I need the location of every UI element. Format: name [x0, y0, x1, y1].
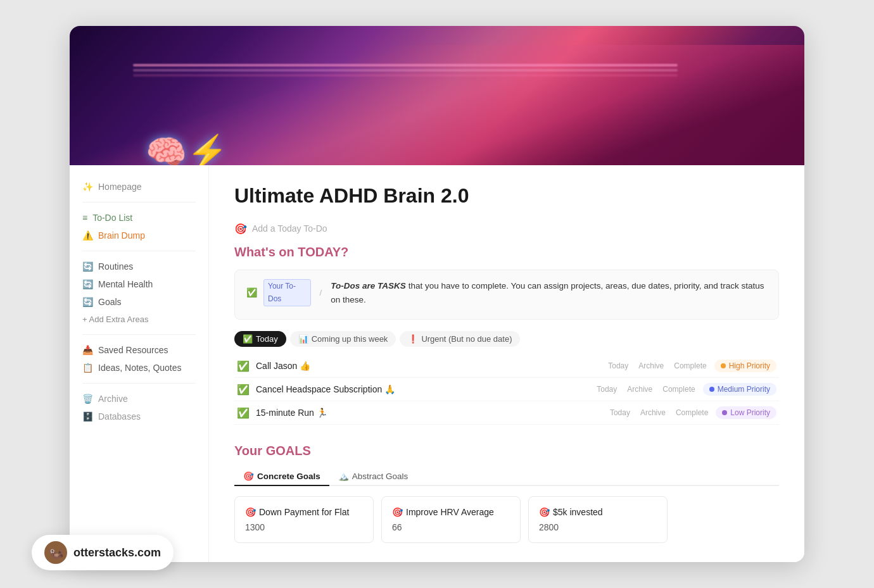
task-complete-2[interactable]: Complete	[660, 384, 697, 395]
sidebar-routines-label: Routines	[98, 261, 133, 272]
priority-badge-2: Medium Priority	[703, 383, 776, 396]
app-window: 🧠⚡ ✨ Homepage ≡ To-Do List ⚠️ Brain Dump…	[70, 26, 804, 562]
sidebar-divider-4	[82, 383, 196, 384]
task-list: ✅ Call Jason 👍 Today Archive Complete Hi…	[234, 354, 779, 425]
sidebar-mentalhealth-label: Mental Health	[98, 279, 153, 289]
content-area: ✨ Homepage ≡ To-Do List ⚠️ Brain Dump 🔄 …	[70, 165, 804, 562]
sidebar-item-databases[interactable]: 🗄️ Databases	[70, 408, 208, 425]
goals-heading: Your GOALS	[234, 444, 779, 458]
task-archive-1[interactable]: Archive	[636, 360, 666, 372]
goal-value-1: 1300	[245, 522, 363, 532]
table-row: ✅ 15-minute Run 🏃 Today Archive Complete…	[234, 401, 779, 425]
table-row: ✅ Cancel Headspace Subscription 🙏 Today …	[234, 378, 779, 401]
homepage-icon: ✨	[82, 182, 93, 192]
mentalhealth-icon: 🔄	[82, 279, 93, 289]
your-label: Your	[234, 444, 266, 458]
todo-icon: ≡	[82, 213, 87, 223]
sidebar-item-mental-health[interactable]: 🔄 Mental Health	[70, 275, 208, 293]
task-check-1[interactable]: ✅	[237, 360, 250, 372]
sidebar-todo-label: To-Do List	[92, 213, 132, 223]
coming-up-icon: 📊	[298, 334, 308, 344]
todo-tag: Your To-Dos	[263, 279, 311, 306]
task-archive-2[interactable]: Archive	[624, 384, 655, 395]
info-block-text: To-Dos are TASKS that you have to comple…	[331, 279, 767, 306]
coming-up-label: Coming up this week	[312, 334, 388, 344]
goals-cards: 🎯 Down Payment for Flat 1300 🎯 Improve H…	[234, 496, 779, 543]
sidebar-item-add-extra[interactable]: + Add Extra Areas	[70, 311, 208, 328]
goal-card-title-3: 🎯 $5k invested	[539, 507, 657, 517]
task-actions-2: Today Archive Complete Medium Priority	[594, 383, 776, 396]
add-todo-label: Add a Today To-Do	[252, 223, 327, 234]
otter-avatar: 🦦	[44, 541, 67, 564]
task-date-1[interactable]: Today	[605, 360, 631, 372]
goal-card-title-1: 🎯 Down Payment for Flat	[245, 507, 363, 517]
goals-icon: 🔄	[82, 297, 93, 307]
task-check-2[interactable]: ✅	[237, 384, 250, 396]
sidebar-item-goals[interactable]: 🔄 Goals	[70, 293, 208, 311]
concrete-tab-label: Concrete Goals	[257, 472, 320, 481]
priority-label-1: High Priority	[729, 361, 770, 370]
ideas-icon: 📋	[82, 363, 93, 373]
task-name-1: Call Jason 👍	[256, 361, 605, 371]
urgent-icon: ❗	[408, 334, 418, 344]
sidebar-item-ideas-notes[interactable]: 📋 Ideas, Notes, Quotes	[70, 359, 208, 377]
abstract-tab-label: Abstract Goals	[352, 472, 408, 481]
saved-icon: 📥	[82, 345, 93, 355]
task-complete-1[interactable]: Complete	[671, 360, 709, 372]
today-tab-label: Today	[256, 334, 278, 344]
databases-icon: 🗄️	[82, 411, 93, 422]
abstract-tab-icon: 🏔️	[338, 471, 349, 481]
goals-highlight: GOALS	[266, 444, 311, 458]
branding-badge: 🦦 otterstacks.com	[32, 535, 174, 570]
sidebar-item-braindump[interactable]: ⚠️ Brain Dump	[70, 227, 208, 244]
sidebar-saved-label: Saved Resources	[98, 345, 168, 355]
today-highlight: TODAY?	[298, 245, 348, 259]
today-tab-icon: ✅	[243, 334, 253, 344]
priority-dot-1	[721, 363, 726, 368]
goals-tab-concrete[interactable]: 🎯 Concrete Goals	[234, 467, 329, 486]
task-date-3[interactable]: Today	[607, 407, 633, 418]
goal-icon-3: 🎯	[539, 507, 550, 517]
goal-title-2: Improve HRV Average	[406, 507, 494, 517]
list-item[interactable]: 🎯 Down Payment for Flat 1300	[234, 496, 374, 543]
whats-on-heading: What's on TODAY?	[234, 245, 779, 260]
goals-tab-abstract[interactable]: 🏔️ Abstract Goals	[329, 467, 417, 486]
list-item[interactable]: 🎯 $5k invested 2800	[528, 496, 668, 543]
task-name-2: Cancel Headspace Subscription 🙏	[256, 384, 594, 394]
filter-tab-urgent[interactable]: ❗ Urgent (But no due date)	[400, 331, 520, 347]
info-block-header: ✅ Your To-Dos / To-Dos are TASKS that yo…	[246, 279, 767, 306]
task-complete-3[interactable]: Complete	[673, 407, 711, 418]
task-check-3[interactable]: ✅	[237, 407, 250, 419]
slash-divider: /	[320, 286, 322, 300]
sidebar-item-homepage[interactable]: ✨ Homepage	[70, 178, 208, 196]
task-actions-3: Today Archive Complete Low Priority	[607, 406, 776, 419]
task-date-2[interactable]: Today	[594, 384, 619, 395]
add-todo-icon: 🎯	[234, 223, 247, 235]
sidebar-ideas-label: Ideas, Notes, Quotes	[98, 363, 182, 373]
priority-dot-3	[722, 410, 727, 415]
goals-tabs: 🎯 Concrete Goals 🏔️ Abstract Goals	[234, 467, 779, 486]
task-name-3: 15-minute Run 🏃	[256, 408, 607, 418]
sidebar: ✨ Homepage ≡ To-Do List ⚠️ Brain Dump 🔄 …	[70, 165, 209, 562]
goal-card-title-2: 🎯 Improve HRV Average	[392, 507, 510, 517]
add-todo-row[interactable]: 🎯 Add a Today To-Do	[234, 223, 779, 235]
filter-tab-coming-up[interactable]: 📊 Coming up this week	[290, 331, 396, 347]
priority-badge-1: High Priority	[714, 360, 776, 372]
add-extra-label: + Add Extra Areas	[82, 315, 148, 324]
sidebar-item-routines[interactable]: 🔄 Routines	[70, 258, 208, 275]
sidebar-item-saved-resources[interactable]: 📥 Saved Resources	[70, 341, 208, 359]
list-item[interactable]: 🎯 Improve HRV Average 66	[381, 496, 521, 543]
urgent-label: Urgent (But no due date)	[421, 334, 512, 344]
goal-title-3: $5k invested	[553, 507, 603, 517]
filter-tab-today[interactable]: ✅ Today	[234, 331, 286, 347]
table-row: ✅ Call Jason 👍 Today Archive Complete Hi…	[234, 354, 779, 378]
sidebar-divider-1	[82, 202, 196, 203]
routines-icon: 🔄	[82, 261, 93, 272]
sidebar-item-todo[interactable]: ≡ To-Do List	[70, 209, 208, 227]
goal-icon-2: 🎯	[392, 507, 403, 517]
priority-badge-3: Low Priority	[716, 406, 776, 419]
whats-on-label: What's on	[234, 245, 298, 259]
task-archive-3[interactable]: Archive	[638, 407, 668, 418]
sidebar-item-archive[interactable]: 🗑️ Archive	[70, 390, 208, 408]
priority-dot-2	[709, 387, 714, 392]
